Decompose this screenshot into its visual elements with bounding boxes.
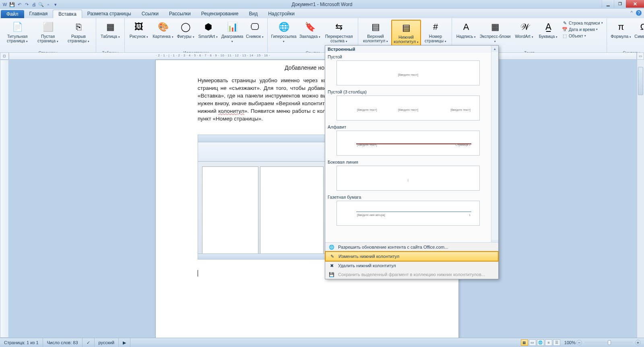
screenshot-button[interactable]: 🖵Снимок ▾ xyxy=(245,20,265,40)
word-icon: W xyxy=(2,1,8,8)
tab-ссылки[interactable]: Ссылки xyxy=(136,10,164,18)
bookmark-button[interactable]: 🔖Закладка ▾ xyxy=(298,20,322,40)
tab-file[interactable]: Файл xyxy=(1,10,24,18)
view-draft[interactable]: ☰ xyxy=(553,339,560,346)
preview-icon[interactable]: 🔍 xyxy=(38,1,44,8)
symbol-button[interactable]: ΩСимвол ▾ xyxy=(634,20,644,40)
edit-footer-icon: ✎ xyxy=(329,253,335,260)
undo-icon[interactable]: ↶ xyxy=(16,1,23,8)
tab-рецензирование[interactable]: Рецензирование xyxy=(196,10,244,18)
view-print-layout[interactable]: ▦ xyxy=(521,339,528,346)
tab-вид[interactable]: Вид xyxy=(244,10,263,18)
status-language[interactable]: русский xyxy=(95,338,119,347)
menu-delete-footer[interactable]: ✖Удалить нижний колонтитул xyxy=(325,261,498,270)
smartart-button[interactable]: ⬢SmartArt ▾ xyxy=(196,20,220,40)
hyperlink-label: Гиперссылка ▾ xyxy=(270,34,297,44)
footer-button[interactable]: ▤Нижнийколонтитул ▾ xyxy=(391,20,421,46)
ribbon-minimize-icon[interactable]: ^ xyxy=(631,10,633,16)
gallery-scrollbar[interactable]: ▴ ▾ xyxy=(491,46,498,246)
vertical-scrollbar[interactable] xyxy=(637,60,644,338)
vertical-ruler[interactable] xyxy=(0,60,9,338)
header-button[interactable]: ▤Верхнийколонтитул ▾ xyxy=(361,20,390,44)
tab-главная[interactable]: Главная xyxy=(24,10,53,18)
new-icon[interactable]: ▫ xyxy=(45,1,52,8)
gallery-item-preview[interactable]: [Введите имя автора]1 xyxy=(336,201,480,226)
shapes-button[interactable]: ◯Фигуры ▾ xyxy=(175,20,196,40)
gallery-item-label: Пустой (3 столбца) xyxy=(325,88,491,95)
help-icon[interactable]: ? xyxy=(636,10,642,16)
table-button[interactable]: ▦Таблица ▾ xyxy=(99,20,122,40)
close-button[interactable]: ✕ xyxy=(626,0,644,8)
picture-button[interactable]: 🖼Рисунок ▾ xyxy=(127,20,151,40)
dropcap-label: Буквица ▾ xyxy=(539,34,558,39)
dropcap-button[interactable]: A̲Буквица ▾ xyxy=(537,20,560,40)
footer-icon: ▤ xyxy=(400,21,413,34)
wordart-button[interactable]: 𝒲WordArt ▾ xyxy=(512,20,536,40)
blank-page-label: Пустаястраница ▾ xyxy=(37,34,58,44)
tab-рассылки[interactable]: Рассылки xyxy=(164,10,196,18)
hyperlink-button[interactable]: 🌐Гиперссылка ▾ xyxy=(270,20,297,44)
menu-office-com[interactable]: 🌐Разрешить обновление контента с сайта O… xyxy=(325,243,498,251)
horizontal-ruler[interactable]: · 2 · 1 · | · 1 · 2 · 3 · 4 · 5 · 6 · 7 … xyxy=(9,52,637,60)
tab-разметка-страницы[interactable]: Разметка страницы xyxy=(82,10,136,18)
equation-button[interactable]: πФормула ▾ xyxy=(609,20,633,40)
scroll-up-icon[interactable]: ▴ xyxy=(491,46,498,52)
ruler-toggle-icon[interactable]: ▭ xyxy=(637,52,644,60)
crossref-icon: ⇆ xyxy=(332,21,345,33)
screenshot-label: Снимок ▾ xyxy=(246,34,264,39)
menu-edit-footer[interactable]: ✎Изменить нижний колонтитул xyxy=(325,251,499,262)
signature-line-button[interactable]: ✎Строка подписи ▾ xyxy=(561,20,604,26)
status-page[interactable]: Страница: 1 из 1 xyxy=(0,338,43,347)
shapes-icon: ◯ xyxy=(179,21,192,33)
view-fullscreen[interactable]: ▭ xyxy=(529,339,536,346)
chart-button[interactable]: 📊Диаграмма ▾ xyxy=(221,20,244,44)
view-web[interactable]: 🌐 xyxy=(537,339,544,346)
zoom-in-button[interactable]: + xyxy=(635,340,641,345)
textbox-button[interactable]: AНадпись ▾ xyxy=(454,20,478,40)
gallery-item-preview[interactable]: [Введите текст]Страница 1 xyxy=(336,131,480,156)
datetime-button[interactable]: 📅Дата и время ▾ xyxy=(561,26,604,33)
redo-icon[interactable]: ↷ xyxy=(23,1,30,8)
tab-вставка[interactable]: Вставка xyxy=(53,10,82,18)
zoom-slider[interactable] xyxy=(584,342,633,343)
page-number-button[interactable]: #Номерстраницы ▾ xyxy=(422,20,449,44)
crossref-button[interactable]: ⇆Перекрестнаяссылка ▾ xyxy=(322,20,355,44)
restore-button[interactable]: ❐ xyxy=(614,0,626,8)
page-break-button[interactable]: ⎘Разрывстраницы ▾ xyxy=(64,20,93,44)
gallery-item-label: Алфавит xyxy=(325,123,491,130)
clipart-button[interactable]: 🎨Картинка ▾ xyxy=(151,20,175,40)
clipart-label: Картинка ▾ xyxy=(153,34,173,39)
quickparts-icon: ▦ xyxy=(489,21,502,33)
gallery-item-preview[interactable]: [Введите текст][Введите текст][Введите т… xyxy=(336,96,480,121)
qat-dropdown-icon[interactable]: ▾ xyxy=(52,1,59,8)
save-icon[interactable]: 💾 xyxy=(9,1,15,8)
cover-page-label: Титульнаястраница ▾ xyxy=(7,34,28,44)
shapes-label: Фигуры ▾ xyxy=(177,34,194,39)
document-area: ⊡ · 2 · 1 · | · 1 · 2 · 3 · 4 · 5 · 6 · … xyxy=(0,56,644,338)
quick-access-toolbar: W 💾 ↶ ↷ 🖨 🔍 ▫ ▾ xyxy=(0,1,59,8)
cover-page-button[interactable]: 📄Титульнаястраница ▾ xyxy=(2,20,32,44)
blank-page-button[interactable]: ⬜Пустаястраница ▾ xyxy=(33,20,63,44)
ruler-corner[interactable]: ⊡ xyxy=(0,52,9,60)
crossref-label: Перекрестнаяссылка ▾ xyxy=(325,34,353,44)
gallery-item-preview[interactable]: [Введите текст] xyxy=(336,60,480,85)
status-macro[interactable]: ▶ xyxy=(119,338,130,347)
zoom-slider-thumb[interactable] xyxy=(608,340,611,345)
proofing-icon: ✓ xyxy=(87,340,90,345)
scrollbar-thumb[interactable] xyxy=(638,67,643,95)
status-word-count[interactable]: Число слов: 83 xyxy=(43,338,83,347)
delete-footer-icon: ✖ xyxy=(328,262,335,269)
zoom-level[interactable]: 100% xyxy=(564,340,576,345)
view-outline[interactable]: ≡ xyxy=(545,339,552,346)
dropcap-icon: A̲ xyxy=(542,21,555,33)
page-break-label: Разрывстраницы ▾ xyxy=(68,34,89,44)
quickparts-button[interactable]: ▦Экспресс-блоки ▾ xyxy=(479,20,512,44)
tab-надстройки[interactable]: Надстройки xyxy=(263,10,300,18)
zoom-out-button[interactable]: − xyxy=(576,340,582,345)
print-icon[interactable]: 🖨 xyxy=(31,1,37,8)
minimize-button[interactable]: ▁ xyxy=(602,0,614,8)
object-button[interactable]: ⬚Объект ▾ xyxy=(561,33,604,39)
gallery-item-preview[interactable]: | xyxy=(336,166,480,191)
status-proofing[interactable]: ✓ xyxy=(83,338,95,347)
signature-line-icon: ✎ xyxy=(562,20,568,26)
